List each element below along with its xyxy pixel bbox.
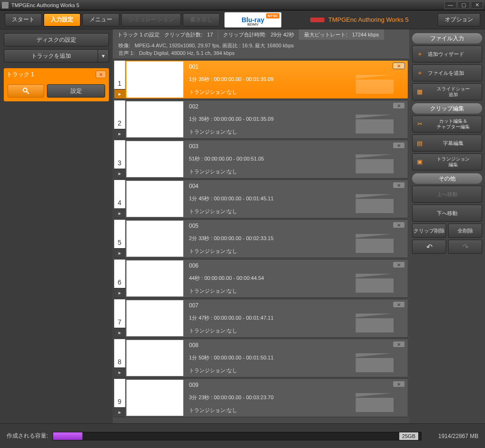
clip-number: 5 <box>114 220 126 248</box>
capacity-fill <box>53 432 82 440</box>
undo-button[interactable]: ↶ <box>412 240 446 254</box>
capacity-progress: 25GB <box>53 432 422 440</box>
redo-button[interactable]: ↷ <box>448 240 482 254</box>
clip-row[interactable]: 4▸0041分 45秒 : 00:00:00.00 - 00:01:45.11ト… <box>114 179 408 218</box>
clip-number: 9 <box>114 379 126 407</box>
svg-marker-13 <box>356 274 394 278</box>
clip-row[interactable]: 9▸0093分 23秒 : 00:00:00.00 - 00:03:23.70ト… <box>114 378 408 417</box>
brand-bar-icon <box>310 18 324 22</box>
clip-list[interactable]: 1▸0011分 35秒 : 00:00:00.00 - 00:01:35.09ト… <box>113 59 409 423</box>
capacity-cap: 25GB <box>399 432 418 440</box>
option-button[interactable]: オプション <box>438 13 480 27</box>
simulation-button[interactable]: シミュレーション <box>121 13 181 27</box>
start-button[interactable]: スタート <box>5 13 42 27</box>
clip-close-button[interactable]: ✕ <box>393 261 405 268</box>
clip-title: 005 <box>189 223 403 229</box>
track-label: トラック 1 <box>7 71 34 79</box>
clip-close-button[interactable]: ✕ <box>393 142 405 149</box>
track-header[interactable]: トラック 1 ✕ <box>4 68 109 81</box>
clip-play-button[interactable]: ▸ <box>114 89 126 99</box>
bitrate-info: 最大ビットレート: 17244 kbps <box>299 29 384 40</box>
export-button[interactable]: 書き出し <box>183 13 220 27</box>
main-toolbar: スタート 入力設定 メニュー シミュレーション 書き出し Blu-ray BDM… <box>0 10 485 29</box>
clip-thumbnail <box>126 221 183 257</box>
clip-play-button[interactable]: ▸ <box>114 169 126 178</box>
capacity-label: 作成される容量: <box>7 432 48 440</box>
clip-row[interactable]: 7▸0071分 47秒 : 00:00:00.00 - 00:01:47.11ト… <box>114 299 408 338</box>
disc-settings-button[interactable]: ディスクの設定 <box>4 33 109 46</box>
track-close-icon[interactable]: ✕ <box>96 71 106 78</box>
clip-thumbnail <box>126 340 183 376</box>
transition-button[interactable]: ▣トランジション 編集 <box>412 153 482 170</box>
subtitle-button[interactable]: ▤字幕編集 <box>412 134 482 152</box>
clip-close-button[interactable]: ✕ <box>393 63 405 69</box>
clip-thumbnail <box>126 181 183 217</box>
clip-play-button[interactable]: ▸ <box>114 288 126 297</box>
clapper-icon <box>356 393 394 412</box>
clip-play-button[interactable]: ▸ <box>114 129 126 138</box>
clapper-icon <box>356 353 394 372</box>
file-input-header: ファイル入力 <box>412 33 482 44</box>
brand-label: TMPGEnc Authoring Works 5 <box>283 16 436 23</box>
add-slideshow-button[interactable]: ▦スライドショー 追加 <box>412 83 482 100</box>
svg-marker-17 <box>356 353 394 357</box>
clip-row[interactable]: 3▸00351秒 : 00:00:00.00 - 00:00:51.05トランジ… <box>114 140 408 179</box>
add-track-button[interactable]: トラックを追加 <box>4 49 98 63</box>
clip-play-button[interactable]: ▸ <box>114 328 126 337</box>
svg-marker-15 <box>356 314 394 317</box>
svg-rect-2 <box>356 80 394 94</box>
clip-row[interactable]: 2▸0021分 35秒 : 00:00:00.00 - 00:01:35.09ト… <box>114 100 408 139</box>
clip-row[interactable]: 1▸0011分 35秒 : 00:00:00.00 - 00:01:35.09ト… <box>114 60 408 99</box>
track-info: トラック 1 の設定 クリップ合計数: 17 <box>113 29 218 40</box>
clip-play-button[interactable]: ▸ <box>114 248 126 258</box>
cut-chapter-button[interactable]: ✂カット編集＆ チャプター編集 <box>412 116 482 133</box>
window-title: TMPGEnc Authoring Works 5 <box>11 2 444 8</box>
add-wizard-button[interactable]: ＋追加ウィザード <box>412 45 482 63</box>
clip-play-button[interactable]: ▸ <box>114 208 126 218</box>
input-settings-button[interactable]: 入力設定 <box>44 13 81 27</box>
video-info: 映像: MPEG-4 AVC, 1920x1080, 29.97 fps, 画面… <box>118 42 404 49</box>
add-file-button[interactable]: ＋ファイルを追加 <box>412 64 482 81</box>
scissors-icon: ✂ <box>415 121 424 127</box>
clip-close-button[interactable]: ✕ <box>393 301 405 308</box>
clip-row[interactable]: 6▸00644秒 : 00:00:00.00 - 00:00:44.54トランジ… <box>114 259 408 298</box>
svg-line-1 <box>27 91 29 94</box>
minimize-button[interactable]: — <box>444 1 457 9</box>
svg-marker-3 <box>356 75 394 79</box>
clip-delete-button[interactable]: クリップ削除 <box>412 224 446 238</box>
svg-rect-14 <box>356 318 394 332</box>
move-up-button[interactable]: 上へ移動 <box>412 186 482 203</box>
svg-marker-5 <box>356 115 394 118</box>
clip-play-button[interactable]: ▸ <box>114 367 126 377</box>
clip-close-button[interactable]: ✕ <box>393 182 405 188</box>
clip-number: 1 <box>114 61 126 89</box>
capacity-mb: 1914/22867 MB <box>426 433 478 439</box>
bluray-badge: Blu-ray BDMV NTSC <box>225 12 281 27</box>
clip-title: 008 <box>189 342 403 349</box>
clapper-icon <box>356 154 394 173</box>
track-settings-button[interactable]: 設定 <box>47 84 105 98</box>
statusbar: 作成される容量: 25GB 1914/22867 MB <box>0 423 485 448</box>
menu-button[interactable]: メニュー <box>82 13 119 27</box>
all-delete-button[interactable]: 全削除 <box>448 224 482 238</box>
clip-close-button[interactable]: ✕ <box>393 341 405 348</box>
svg-marker-7 <box>356 154 394 158</box>
close-button[interactable]: ✕ <box>471 1 483 9</box>
clapper-icon <box>356 75 394 94</box>
add-track-dropdown[interactable]: ▾ <box>98 49 109 63</box>
track-search-button[interactable] <box>8 84 44 98</box>
svg-rect-10 <box>356 239 394 253</box>
move-down-button[interactable]: 下へ移動 <box>412 205 482 222</box>
clip-play-button[interactable]: ▸ <box>114 407 126 417</box>
svg-rect-6 <box>356 159 394 173</box>
clip-row[interactable]: 8▸0081分 50秒 : 00:00:00.00 - 00:01:50.11ト… <box>114 339 408 377</box>
clip-close-button[interactable]: ✕ <box>393 381 405 387</box>
maximize-button[interactable]: ▢ <box>458 1 470 9</box>
svg-marker-9 <box>356 194 394 198</box>
clip-row[interactable]: 5▸0052分 33秒 : 00:00:00.00 - 00:02:33.15ト… <box>114 219 408 258</box>
plus-icon: ＋ <box>415 50 424 58</box>
clip-number: 7 <box>114 299 126 328</box>
clip-close-button[interactable]: ✕ <box>393 222 405 228</box>
clip-close-button[interactable]: ✕ <box>393 102 405 109</box>
clip-number: 6 <box>114 260 126 288</box>
